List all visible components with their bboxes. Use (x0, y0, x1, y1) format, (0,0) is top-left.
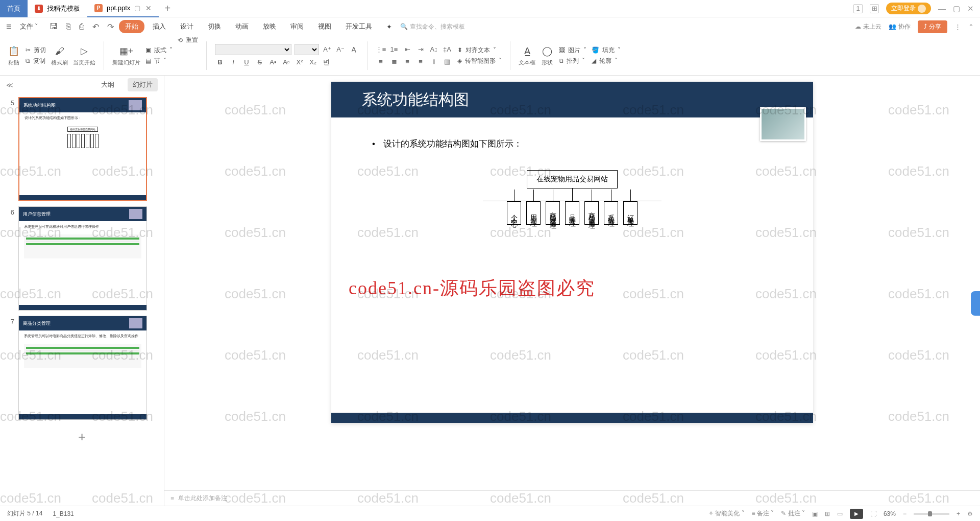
hamburger-icon[interactable]: ≡ (6, 21, 12, 32)
menu-file[interactable]: 文件 ˅ (14, 20, 45, 33)
font-select[interactable] (215, 44, 291, 55)
tab-home[interactable]: 首页 (0, 0, 28, 17)
diagram-box[interactable]: 系统管理 (604, 201, 618, 225)
distribute-icon[interactable]: ⫴ (429, 57, 439, 67)
increase-font-icon[interactable]: A⁺ (322, 44, 332, 55)
indent-dec-icon[interactable]: ⇤ (402, 44, 412, 55)
maximize-icon[interactable]: ▢ (953, 4, 960, 13)
menu-switch[interactable]: 切换 (202, 20, 227, 33)
menu-animation[interactable]: 动画 (229, 20, 255, 33)
indent-inc-icon[interactable]: ⇥ (415, 44, 426, 55)
copy-button[interactable]: ⧉ 复制 (26, 57, 46, 65)
settings-icon[interactable]: ⚙ (967, 510, 973, 517)
side-tab-slides[interactable]: 幻灯片 (128, 78, 158, 91)
highlight-icon[interactable]: A▫ (281, 57, 291, 67)
layout-icon-grid[interactable]: ⊞ (870, 4, 879, 13)
outline-button[interactable]: ◢ 轮廓 ˅ (592, 57, 621, 65)
page-start-button[interactable]: ▷ 当页开始 (73, 44, 95, 66)
print-icon[interactable]: ⎘ (66, 22, 71, 31)
text-dir-icon[interactable]: A↕ (429, 44, 439, 55)
menu-view[interactable]: 视图 (312, 20, 337, 33)
paste-group[interactable]: 📋 粘贴 (7, 44, 20, 66)
ime-icon[interactable]: 변 (321, 57, 331, 67)
menu-show[interactable]: 放映 (257, 20, 282, 33)
columns-icon[interactable]: ▥ (442, 57, 452, 67)
font-color-icon[interactable]: A▪ (268, 57, 278, 67)
view-reading-icon[interactable]: ▭ (837, 510, 843, 517)
clear-format-icon[interactable]: Ą (349, 44, 359, 55)
fit-icon[interactable]: ⛶ (870, 510, 876, 517)
undo-icon[interactable]: ↶ (92, 22, 99, 32)
share-button[interactable]: ⤴ 分享 (918, 20, 947, 33)
diagram-box[interactable]: 商品信息管理 (584, 201, 599, 225)
slide-bullet-text[interactable]: 设计的系统功能结构图如下图所示： (331, 117, 813, 150)
align-right-icon[interactable]: ≡ (402, 57, 412, 67)
notes-toggle[interactable]: ≡ 备注 ˅ (752, 509, 774, 518)
collapse-ribbon-icon[interactable]: ⌃ (968, 23, 974, 31)
view-normal-icon[interactable]: ▣ (812, 510, 818, 517)
tab-file[interactable]: P ppt.pptx ▢ ✕ (87, 0, 159, 17)
layout-button[interactable]: ▣ 版式 ˅ (145, 46, 173, 55)
tab-template[interactable]: ⬇ 找稻壳模板 (28, 0, 87, 17)
align-text-button[interactable]: ⬍ 对齐文本 ˅ (457, 46, 502, 55)
italic-icon[interactable]: I (228, 57, 238, 67)
collab-button[interactable]: 👥 协作 (889, 22, 911, 31)
align-center-icon[interactable]: ≣ (389, 57, 399, 67)
align-justify-icon[interactable]: ≡ (415, 57, 426, 67)
decrease-font-icon[interactable]: A⁻ (335, 44, 346, 55)
superscript-icon[interactable]: X² (295, 57, 305, 67)
collapse-panel-icon[interactable]: ≪ (6, 81, 13, 89)
zoom-in-icon[interactable]: + (957, 510, 960, 517)
section-button[interactable]: ▤ 节 ˅ (145, 57, 173, 65)
format-brush-button[interactable]: 🖌 格式刷 (51, 44, 68, 66)
slide-title[interactable]: 系统功能结构图 (331, 82, 813, 117)
close-icon[interactable]: ✕ (967, 4, 974, 13)
reset-button[interactable]: ⟲ 重置 (178, 36, 198, 44)
shape-button[interactable]: ◯ 形状 (541, 44, 554, 66)
size-select[interactable] (295, 44, 319, 55)
cut-button[interactable]: ✂ 剪切 (26, 46, 46, 55)
minimize-icon[interactable]: — (938, 4, 946, 13)
menu-tools[interactable]: ✦ (380, 21, 398, 33)
save-icon[interactable]: 🖫 (50, 22, 58, 31)
comments-toggle[interactable]: ✎ 批注 ˅ (781, 509, 805, 518)
diagram-box[interactable]: 用户管理 (526, 201, 541, 225)
edge-tab[interactable] (971, 291, 980, 316)
fill-button[interactable]: 🪣 填充 ˅ (592, 46, 621, 55)
slide-thumbnail-7[interactable]: 商品分类管理 系统管理员可以对电影商品分类信息进行添加、修改、删除以及查询操作 (18, 316, 147, 420)
slide-canvas[interactable]: 系统功能结构图 设计的系统功能结构图如下图所示： 在线宠物用品交易网站 个人中心… (331, 82, 813, 423)
slide-thumbnail-5[interactable]: 系统功能结构图 设计的系统功能结构图如下图所示： 在线宠物用品交易网站 (18, 97, 147, 201)
side-tab-outline[interactable]: 大纲 (96, 78, 119, 91)
diagram-box[interactable]: 订单管理 (623, 201, 638, 225)
textbox-button[interactable]: A̲ 文本框 (519, 44, 535, 66)
diagram-box[interactable]: 品牌管理 (565, 201, 579, 225)
tab-close-icon[interactable]: ✕ (145, 4, 152, 12)
beautify-button[interactable]: ✧ 智能美化 ˅ (708, 509, 745, 518)
diagram-box[interactable]: 个人中心 (507, 201, 521, 225)
menu-start[interactable]: 开始 (119, 20, 144, 33)
bold-icon[interactable]: B (215, 57, 225, 67)
search-commands[interactable]: 🔍 查找命令、搜索模板 (400, 22, 465, 31)
menu-dev[interactable]: 开发工具 (339, 20, 378, 33)
new-slide-button[interactable]: ▦+ 新建幻灯片 (112, 44, 140, 66)
cloud-status[interactable]: ☁ 未上云 (855, 22, 881, 31)
strike-icon[interactable]: S̶ (255, 57, 265, 67)
zoom-out-icon[interactable]: − (903, 510, 906, 517)
bullets-icon[interactable]: ⋮≡ (376, 44, 386, 55)
picture-button[interactable]: 🖼 图片 ˅ (559, 46, 586, 55)
notes-bar[interactable]: ≡ 单击此处添加备注 (164, 490, 980, 506)
menu-insert[interactable]: 插入 (146, 20, 172, 33)
view-sorter-icon[interactable]: ⊞ (825, 510, 830, 517)
redo-icon[interactable]: ↷ (107, 22, 114, 32)
add-slide-button[interactable]: + (6, 425, 158, 449)
tab-add[interactable]: + (159, 3, 176, 14)
preview-icon[interactable]: ⎙ (79, 22, 84, 31)
menu-design[interactable]: 设计 (174, 20, 200, 33)
underline-icon[interactable]: U (241, 57, 252, 67)
slideshow-button[interactable]: ▶ (850, 509, 863, 519)
more-icon[interactable]: ⋮ (954, 23, 961, 31)
smart-shape-button[interactable]: ◈ 转智能图形 ˅ (457, 57, 502, 65)
numbering-icon[interactable]: 1≡ (389, 44, 399, 55)
arrange-button[interactable]: ⧉ 排列 ˅ (559, 57, 586, 65)
zoom-slider[interactable] (914, 513, 949, 515)
